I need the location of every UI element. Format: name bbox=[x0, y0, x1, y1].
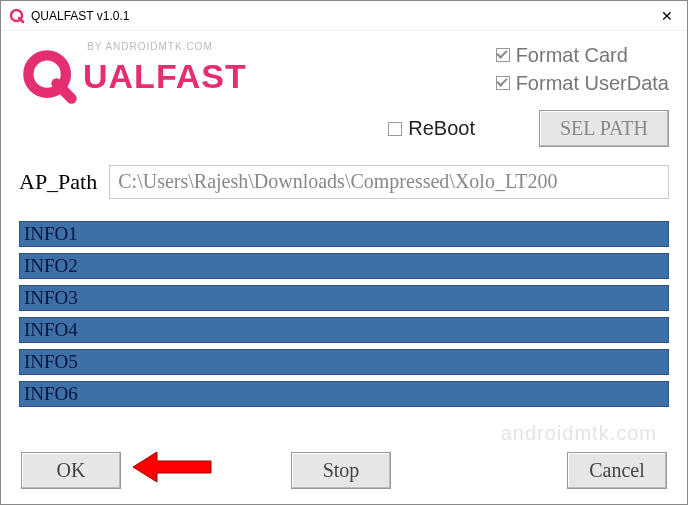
ap-path-input[interactable]: C:\Users\Rajesh\Downloads\Compressed\Xol… bbox=[109, 165, 669, 199]
cancel-button[interactable]: Cancel bbox=[567, 452, 667, 489]
list-item: INFO1 bbox=[19, 221, 669, 247]
reboot-checkbox[interactable]: ReBoot bbox=[388, 117, 475, 140]
format-card-label: Format Card bbox=[516, 43, 628, 67]
options-panel: Format Card Format UserData bbox=[496, 39, 669, 95]
checkbox-icon bbox=[496, 76, 510, 90]
format-userdata-checkbox[interactable]: Format UserData bbox=[496, 71, 669, 95]
ap-path-label: AP_Path bbox=[19, 169, 97, 195]
ok-button[interactable]: OK bbox=[21, 452, 121, 489]
app-icon bbox=[9, 8, 25, 24]
logo-q-icon bbox=[19, 46, 79, 106]
top-row: BY ANDROIDMTK.COM UALFAST Format Card Fo… bbox=[19, 31, 669, 106]
logo-area: BY ANDROIDMTK.COM UALFAST bbox=[19, 39, 247, 106]
format-card-checkbox[interactable]: Format Card bbox=[496, 43, 669, 67]
format-userdata-label: Format UserData bbox=[516, 71, 669, 95]
stop-button[interactable]: Stop bbox=[291, 452, 391, 489]
watermark: androidmtk.com bbox=[501, 422, 657, 445]
mid-row: ReBoot SEL PATH bbox=[19, 110, 669, 147]
logo-row: UALFAST bbox=[19, 46, 247, 106]
path-row: AP_Path C:\Users\Rajesh\Downloads\Compre… bbox=[19, 165, 669, 199]
titlebar: QUALFAST v1.0.1 ✕ bbox=[1, 1, 687, 31]
info-list: INFO1 INFO2 INFO3 INFO4 INFO5 INFO6 bbox=[19, 221, 669, 407]
list-item: INFO2 bbox=[19, 253, 669, 279]
list-item: INFO3 bbox=[19, 285, 669, 311]
close-icon[interactable]: ✕ bbox=[647, 1, 687, 31]
reboot-label: ReBoot bbox=[408, 117, 475, 140]
bottom-row: OK Stop Cancel bbox=[21, 452, 667, 489]
logo-wordmark: UALFAST bbox=[83, 57, 247, 96]
window-title: QUALFAST v1.0.1 bbox=[31, 9, 130, 23]
client-area: BY ANDROIDMTK.COM UALFAST Format Card Fo… bbox=[1, 31, 687, 505]
checkbox-icon bbox=[496, 48, 510, 62]
list-item: INFO5 bbox=[19, 349, 669, 375]
checkbox-icon bbox=[388, 122, 402, 136]
list-item: INFO4 bbox=[19, 317, 669, 343]
list-item: INFO6 bbox=[19, 381, 669, 407]
sel-path-button[interactable]: SEL PATH bbox=[539, 110, 669, 147]
